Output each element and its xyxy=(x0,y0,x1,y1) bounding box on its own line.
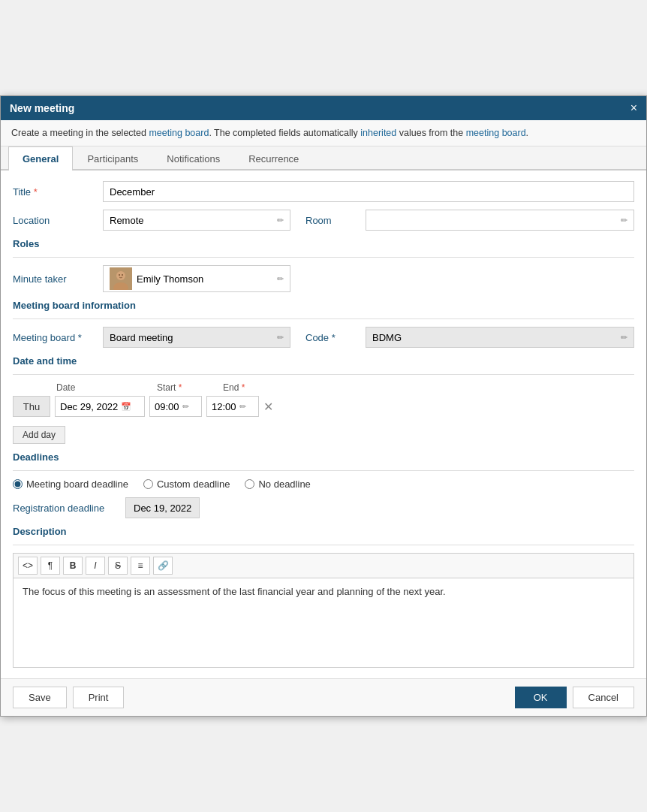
start-time-edit-icon[interactable]: ✏ xyxy=(182,402,189,412)
date-time-divider xyxy=(13,374,634,375)
dialog-title: New meeting xyxy=(10,102,74,114)
title-label: Title * xyxy=(13,186,103,198)
end-time-field[interactable]: 12:00 ✏ xyxy=(206,396,259,417)
meeting-board-info-divider xyxy=(13,318,634,319)
location-edit-icon[interactable]: ✏ xyxy=(277,216,284,225)
toolbar-code-button[interactable]: <> xyxy=(18,557,38,575)
tab-notifications[interactable]: Notifications xyxy=(152,146,234,171)
deadline-meeting-board-label: Meeting board deadline xyxy=(26,478,128,490)
location-row: Location Remote ✏ Room ✏ xyxy=(13,210,634,231)
tab-recurrence[interactable]: Recurrence xyxy=(234,146,313,171)
deadline-radio-custom[interactable] xyxy=(143,479,153,489)
date-field[interactable]: Dec 29, 2022 📅 xyxy=(55,396,145,417)
tabs-container: General Participants Notifications Recur… xyxy=(1,146,646,171)
description-divider xyxy=(13,545,634,545)
datetime-col-headers: Date Start * End * xyxy=(13,382,634,393)
end-time-edit-icon[interactable]: ✏ xyxy=(239,402,246,412)
tab-participants[interactable]: Participants xyxy=(73,146,152,171)
title-input[interactable] xyxy=(103,181,634,202)
deadlines-section: Deadlines Meeting board deadline Custom … xyxy=(13,451,634,518)
meeting-board-edit-icon[interactable]: ✏ xyxy=(277,333,284,343)
footer-right-buttons: OK Cancel xyxy=(515,687,634,708)
tab-general[interactable]: General xyxy=(8,146,73,171)
info-bar: Create a meeting in the selected meeting… xyxy=(1,120,646,146)
deadlines-divider xyxy=(13,470,634,471)
date-time-section: Date and time Date Start * End * Thu Dec… xyxy=(13,355,634,444)
deadline-radio-none[interactable] xyxy=(245,479,254,489)
roles-title: Roles xyxy=(13,238,634,252)
reg-deadline-value: Dec 19, 2022 xyxy=(125,497,200,518)
day-field: Thu xyxy=(13,396,50,417)
description-text: The focus of this meeting is an assessme… xyxy=(23,586,446,597)
meeting-board-label: Meeting board * xyxy=(13,332,103,343)
code-value: BDMG xyxy=(372,332,402,343)
datetime-row: Thu Dec 29, 2022 📅 09:00 ✏ 12:00 ✏ ✕ xyxy=(13,396,634,417)
location-field[interactable]: Remote ✏ xyxy=(103,210,290,231)
minute-taker-edit-icon[interactable]: ✏ xyxy=(277,274,284,284)
start-time-value: 09:00 xyxy=(155,401,179,412)
remove-day-button[interactable]: ✕ xyxy=(263,400,273,414)
avatar xyxy=(110,267,132,290)
registration-deadline-row: Registration deadline Dec 19, 2022 xyxy=(13,497,634,518)
toolbar-link-button[interactable]: 🔗 xyxy=(153,557,173,575)
room-edit-icon[interactable]: ✏ xyxy=(621,216,627,225)
deadlines-title: Deadlines xyxy=(13,451,634,466)
description-section: Description <> ¶ B I S ≡ 🔗 The focus of … xyxy=(13,526,634,668)
minute-taker-row: Minute taker Emily Thomson ✏ xyxy=(13,265,634,292)
minute-taker-label: Minute taker xyxy=(13,273,103,285)
svg-point-4 xyxy=(122,274,123,276)
svg-point-3 xyxy=(119,274,120,276)
roles-section: Roles Minute taker Em xyxy=(13,238,634,292)
dialog-footer: Save Print OK Cancel xyxy=(1,678,646,716)
start-header: Start * xyxy=(157,382,217,393)
toolbar-list-button[interactable]: ≡ xyxy=(131,557,150,575)
dialog-body: Title * Location Remote ✏ Room ✏ Roles M… xyxy=(1,171,646,678)
roles-divider xyxy=(13,257,634,258)
deadline-option-custom[interactable]: Custom deadline xyxy=(143,478,230,490)
close-button[interactable]: × xyxy=(630,102,637,114)
minute-taker-name: Emily Thomson xyxy=(137,273,277,285)
calendar-icon[interactable]: 📅 xyxy=(121,402,131,412)
deadline-option-none[interactable]: No deadline xyxy=(245,478,310,490)
start-time-field[interactable]: 09:00 ✏ xyxy=(149,396,202,417)
svg-point-1 xyxy=(116,271,125,280)
room-label: Room xyxy=(305,215,366,226)
add-day-button[interactable]: Add day xyxy=(13,426,65,444)
meeting-board-info-section: Meeting board information Meeting board … xyxy=(13,300,634,348)
toolbar-strikethrough-button[interactable]: S xyxy=(108,557,128,575)
room-field[interactable]: ✏ xyxy=(366,210,634,231)
editor-content[interactable]: The focus of this meeting is an assessme… xyxy=(13,578,634,668)
toolbar-italic-button[interactable]: I xyxy=(86,557,105,575)
print-button[interactable]: Print xyxy=(73,687,125,708)
end-header: End * xyxy=(223,382,283,393)
ok-button[interactable]: OK xyxy=(515,687,567,708)
code-field[interactable]: BDMG ✏ xyxy=(366,327,634,348)
location-value: Remote xyxy=(110,215,144,226)
date-value: Dec 29, 2022 xyxy=(60,401,118,412)
toolbar-paragraph-button[interactable]: ¶ xyxy=(41,557,60,575)
deadline-options: Meeting board deadline Custom deadline N… xyxy=(13,478,634,490)
code-label: Code * xyxy=(305,332,366,343)
deadline-radio-meeting-board[interactable] xyxy=(13,479,23,489)
cancel-button[interactable]: Cancel xyxy=(573,687,634,708)
title-row: Title * xyxy=(13,181,634,202)
save-button[interactable]: Save xyxy=(13,687,67,708)
toolbar-bold-button[interactable]: B xyxy=(63,557,83,575)
reg-deadline-label: Registration deadline xyxy=(13,503,118,514)
meeting-board-field[interactable]: Board meeting ✏ xyxy=(103,327,290,348)
code-edit-icon[interactable]: ✏ xyxy=(621,333,627,343)
location-label: Location xyxy=(13,215,103,226)
deadline-custom-label: Custom deadline xyxy=(157,478,230,490)
editor-toolbar: <> ¶ B I S ≡ 🔗 xyxy=(13,553,634,578)
minute-taker-field[interactable]: Emily Thomson ✏ xyxy=(103,265,290,292)
meeting-board-row: Meeting board * Board meeting ✏ Code * B… xyxy=(13,327,634,348)
dialog-header: New meeting × xyxy=(1,96,646,120)
deadline-option-meeting-board[interactable]: Meeting board deadline xyxy=(13,478,128,490)
new-meeting-dialog: New meeting × Create a meeting in the se… xyxy=(0,95,647,717)
date-time-title: Date and time xyxy=(13,355,634,370)
end-time-value: 12:00 xyxy=(212,401,236,412)
info-text: Create a meeting in the selected meeting… xyxy=(11,128,528,138)
date-header: Date xyxy=(56,382,151,393)
description-title: Description xyxy=(13,526,634,540)
deadline-none-label: No deadline xyxy=(258,478,310,490)
